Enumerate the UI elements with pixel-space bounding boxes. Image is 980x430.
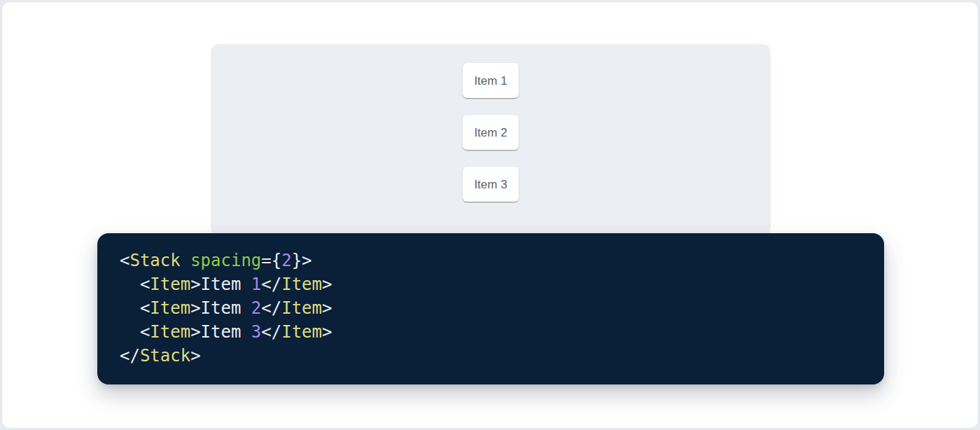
code-line: <Item>Item 1</Item> <box>120 272 862 296</box>
code-token: > <box>190 346 200 366</box>
code-token: </ <box>261 322 281 342</box>
code-token: Stack <box>130 251 180 270</box>
code-token: 3 <box>251 322 261 342</box>
code-token: ={ <box>261 251 281 270</box>
code-token: </ <box>261 275 281 294</box>
code-token: Item <box>150 275 190 294</box>
code-token: Item <box>201 275 251 294</box>
stage: Item 1Item 2Item 3 <Stack spacing={2}> <… <box>0 0 980 430</box>
stack-item: Item 1 <box>463 63 519 98</box>
code-token: Item <box>150 322 190 342</box>
code-line: </Stack> <box>120 344 862 368</box>
code-token: > <box>322 275 332 294</box>
code-token: 1 <box>251 275 261 294</box>
code-token: </ <box>261 298 281 318</box>
code-token: }> <box>292 251 312 270</box>
code-token: > <box>322 322 332 342</box>
stack-item: Item 3 <box>463 167 519 202</box>
code-token: > <box>190 322 200 342</box>
stack-item: Item 2 <box>463 115 519 150</box>
code-token: </ <box>120 346 140 366</box>
code-token: 2 <box>281 251 291 270</box>
code-line: <Item>Item 3</Item> <box>120 320 862 344</box>
code-token: Item <box>281 322 322 342</box>
code-token: Item <box>201 322 251 342</box>
stack-demo: Item 1Item 2Item 3 <box>211 44 771 202</box>
code-token: > <box>322 298 332 318</box>
code-token <box>181 251 190 270</box>
code-token: Item <box>281 275 322 294</box>
code-token: < <box>120 275 150 294</box>
code-content: <Stack spacing={2}> <Item>Item 1</Item> … <box>120 249 862 368</box>
page-card: Item 1Item 2Item 3 <Stack spacing={2}> <… <box>1 1 979 429</box>
code-token: < <box>120 251 130 270</box>
code-token: < <box>120 322 150 342</box>
code-token: > <box>190 298 200 318</box>
code-token: > <box>190 275 200 294</box>
code-token: Item <box>150 298 190 318</box>
code-token: Item <box>281 298 322 318</box>
code-token: 2 <box>251 298 261 318</box>
demo-panel: Item 1Item 2Item 3 <box>211 44 771 236</box>
code-token: < <box>120 298 150 318</box>
code-token: spacing <box>190 251 261 270</box>
code-token: Stack <box>140 346 190 366</box>
code-token: Item <box>201 298 251 318</box>
code-block: <Stack spacing={2}> <Item>Item 1</Item> … <box>97 233 884 384</box>
code-line: <Stack spacing={2}> <box>120 249 862 272</box>
code-line: <Item>Item 2</Item> <box>120 296 862 320</box>
